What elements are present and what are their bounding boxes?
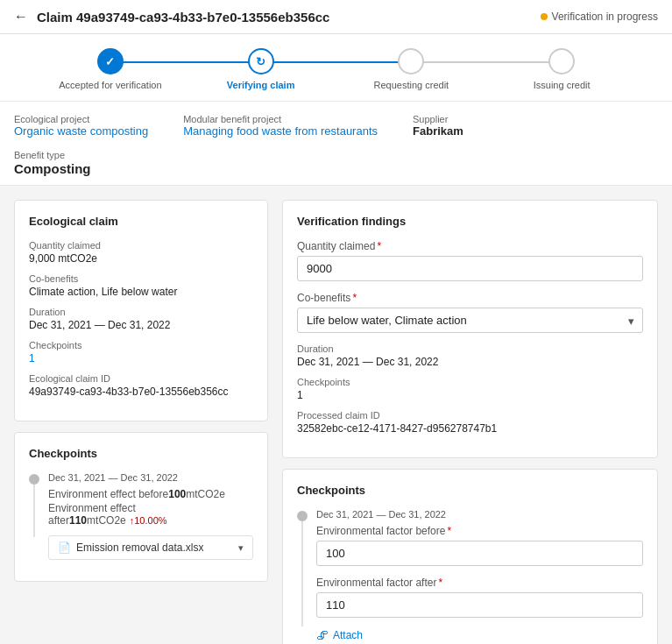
right-panel: Verification findings Quantity claimed* …: [282, 200, 658, 644]
ecological-project-value[interactable]: Organic waste composting: [14, 124, 148, 138]
step-circle-verifying: ↻: [248, 48, 274, 74]
env-before-unit: mtCO2e: [186, 488, 225, 500]
refresh-icon: ↻: [256, 55, 265, 68]
vf-processed-id-row: Processed claim ID 32582ebc-ce12-4171-84…: [297, 410, 643, 435]
attach-button[interactable]: 🖇 Attach: [316, 628, 363, 642]
back-button[interactable]: ←: [14, 9, 28, 25]
checkpoints-row: Checkpoints 1: [29, 340, 253, 364]
step-circle-issuing: [548, 48, 575, 74]
file-row[interactable]: 📄 Emission removal data.xlsx ▾: [48, 535, 253, 560]
checkpoint-date: Dec 31, 2021 — Dec 31, 2022: [48, 472, 253, 483]
meta-section: Ecological project Organic waste compost…: [0, 102, 672, 145]
vf-quantity-label: Quantity claimed*: [297, 240, 643, 252]
status-text: Verification in progress: [552, 11, 658, 23]
checkpoints-left-title: Checkpoints: [29, 447, 253, 460]
claim-id-row: Ecological claim ID 49a93749-ca93-4b33-b…: [29, 373, 253, 398]
supplier-meta: Supplier Fabrikam: [413, 114, 463, 138]
step-issuing: Issuing credit: [486, 48, 637, 90]
file-icon: 📄: [58, 541, 71, 554]
claim-id-label: Ecological claim ID: [29, 373, 253, 384]
env-before-label: Environment effect before: [48, 488, 168, 500]
benefit-type-value: Composting: [14, 161, 658, 176]
vf-cobenefits-select-wrapper: Life below water, Climate action Climate…: [297, 308, 643, 333]
vf-cobenefits-label: Co-benefits*: [297, 292, 643, 304]
modular-project-value[interactable]: Managing food waste from restaurants: [183, 124, 378, 138]
verification-findings-title: Verification findings: [297, 215, 643, 228]
required-marker-2: *: [352, 292, 357, 304]
ecological-claim-title: Ecological claim: [29, 215, 253, 228]
page-title: Claim 49a93749-ca93-4b33-b7e0-13556eb356…: [37, 10, 541, 25]
env-after-unit: mtCO2e: [87, 514, 126, 527]
env-before-input[interactable]: [316, 541, 643, 566]
checkpoint-right-date: Dec 31, 2021 — Dec 31, 2022: [316, 509, 643, 520]
vf-duration-label: Duration: [297, 343, 643, 354]
env-after-row: Environment effect after110mtCO2e↑10.00%: [48, 502, 253, 527]
cobenefits-row: Co-benefits Climate action, Life below w…: [29, 273, 253, 298]
env-increase-pct: ↑10.00%: [130, 515, 167, 526]
required-marker: *: [377, 240, 381, 252]
checkpoints-label: Checkpoints: [29, 340, 253, 350]
quantity-row: Quantity claimed 9,000 mtCO2e: [29, 240, 253, 265]
env-after-value: 110: [69, 514, 87, 527]
quantity-value: 9,000 mtCO2e: [29, 252, 253, 265]
ecological-claim-card: Ecological claim Quantity claimed 9,000 …: [14, 200, 268, 421]
step-label-issuing: Issuing credit: [534, 80, 591, 90]
supplier-label: Supplier: [413, 114, 463, 124]
vf-cobenefits-field: Co-benefits* Life below water, Climate a…: [297, 292, 643, 333]
duration-value: Dec 31, 2021 — Dec 31, 2022: [29, 319, 253, 331]
env-after-input[interactable]: [316, 592, 643, 618]
ecological-project-label: Ecological project: [14, 114, 148, 124]
ecological-project-meta: Ecological project Organic waste compost…: [14, 114, 148, 138]
checkpoint-right-item: Dec 31, 2021 — Dec 31, 2022 Environmenta…: [316, 509, 643, 642]
attach-label: Attach: [333, 629, 363, 641]
env-before-row: Environment effect before100mtCO2e: [48, 488, 253, 500]
duration-label: Duration: [29, 307, 253, 317]
vf-duration-row: Duration Dec 31, 2021 — Dec 31, 2022: [297, 343, 643, 368]
header: ← Claim 49a93749-ca93-4b33-b7e0-13556eb3…: [0, 0, 672, 34]
vf-quantity-field: Quantity claimed*: [297, 240, 643, 281]
env-before-value: 100: [168, 488, 186, 500]
env-after-field-label: Environmental factor after*: [316, 577, 643, 589]
cobenefits-value: Climate action, Life below water: [29, 286, 253, 298]
step-verifying: ↻ Verifying claim: [186, 48, 336, 90]
benefit-type-label: Benefit type: [14, 150, 65, 160]
vf-checkpoints-value: 1: [297, 389, 643, 401]
paperclip-icon: 🖇: [316, 628, 329, 642]
status-dot-icon: [541, 13, 548, 20]
env-before-field-label: Environmental factor before*: [316, 525, 643, 537]
env-before-field: Environmental factor before*: [316, 525, 643, 566]
status-badge: Verification in progress: [541, 11, 658, 23]
vf-duration-value: Dec 31, 2021 — Dec 31, 2022: [297, 356, 643, 368]
vf-quantity-input[interactable]: [297, 256, 643, 281]
env-after-field: Environmental factor after*: [316, 577, 643, 618]
supplier-value: Fabrikam: [413, 124, 463, 138]
vf-processed-id-value: 32582ebc-ce12-4171-8427-d956278747b1: [297, 422, 643, 435]
progress-stepper: ✓ Accepted for verification ↻ Verifying …: [0, 34, 672, 102]
step-label-accepted: Accepted for verification: [59, 80, 161, 90]
quantity-label: Quantity claimed: [29, 240, 253, 251]
step-label-verifying: Verifying claim: [227, 80, 295, 90]
checkpoints-right-title: Checkpoints: [297, 484, 643, 497]
step-circle-accepted: ✓: [97, 48, 124, 74]
verification-findings-card: Verification findings Quantity claimed* …: [282, 200, 658, 458]
checkpoints-value: 1: [29, 352, 253, 364]
cobenefits-label: Co-benefits: [29, 273, 253, 284]
checkpoint-left-item: Dec 31, 2021 — Dec 31, 2022 Environment …: [48, 472, 253, 560]
vf-checkpoints-row: Checkpoints 1: [297, 377, 643, 401]
checkpoints-right-card: Checkpoints Dec 31, 2021 — Dec 31, 2022 …: [282, 469, 658, 644]
vf-cobenefits-select[interactable]: Life below water, Climate action Climate…: [297, 308, 643, 333]
vf-processed-id-label: Processed claim ID: [297, 410, 643, 421]
env-after-required: *: [438, 577, 442, 589]
modular-project-label: Modular benefit project: [183, 114, 378, 124]
main-content: Ecological claim Quantity claimed 9,000 …: [0, 186, 672, 644]
chevron-down-icon: ▾: [238, 542, 244, 554]
left-panel: Ecological claim Quantity claimed 9,000 …: [14, 200, 268, 644]
env-before-required: *: [447, 525, 451, 537]
modular-project-meta: Modular benefit project Managing food wa…: [183, 114, 378, 138]
benefit-section: Benefit type Composting: [0, 145, 672, 186]
claim-id-value: 49a93749-ca93-4b33-b7e0-13556eb356cc: [29, 386, 253, 398]
step-requesting: Requesting credit: [336, 48, 487, 90]
duration-row: Duration Dec 31, 2021 — Dec 31, 2022: [29, 307, 253, 331]
step-label-requesting: Requesting credit: [374, 80, 449, 90]
step-accepted: ✓ Accepted for verification: [35, 48, 186, 90]
